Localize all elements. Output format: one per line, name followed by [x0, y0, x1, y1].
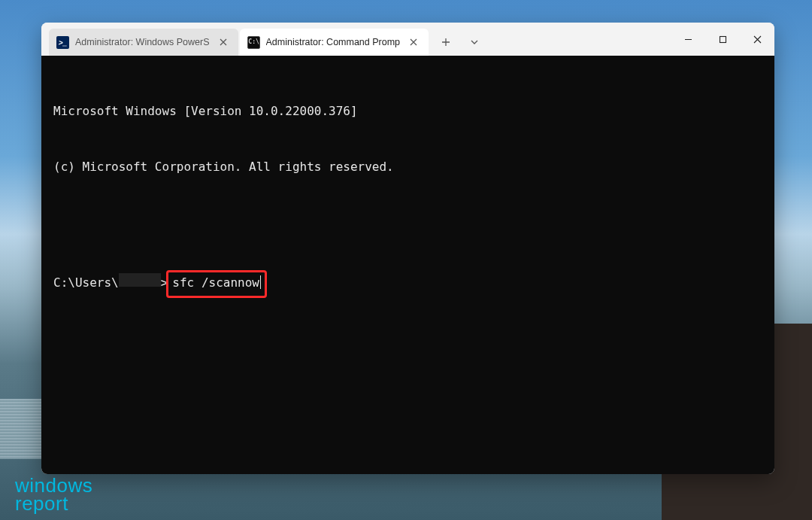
title-bar[interactable]: >_ Administrator: Windows PowerS C:\ Adm… [41, 23, 774, 56]
tab-label: Administrator: Command Promp [266, 37, 401, 47]
minimize-button[interactable] [671, 23, 705, 56]
banner-line: (c) Microsoft Corporation. All rights re… [53, 158, 762, 177]
typed-command: sfc /scannow [172, 275, 259, 290]
maximize-button[interactable] [705, 23, 740, 56]
tabs-area: >_ Administrator: Windows PowerS C:\ Adm… [41, 23, 487, 56]
tab-close-button[interactable] [406, 35, 421, 50]
tab-dropdown-button[interactable] [462, 29, 487, 56]
tab-label: Administrator: Windows PowerS [75, 37, 210, 47]
prompt-row: C:\Users\>sfc /scannow [53, 270, 762, 298]
tab-powershell[interactable]: >_ Administrator: Windows PowerS [49, 29, 238, 56]
svg-rect-0 [720, 36, 726, 42]
command-highlight: sfc /scannow [166, 270, 267, 298]
cmd-icon: C:\ [247, 36, 260, 49]
banner-line: Microsoft Windows [Version 10.0.22000.37… [53, 102, 762, 121]
tab-command-prompt[interactable]: C:\ Administrator: Command Promp [240, 29, 429, 56]
desktop-wallpaper: >_ Administrator: Windows PowerS C:\ Adm… [0, 0, 812, 520]
redacted-username [119, 273, 161, 287]
powershell-icon: >_ [56, 36, 69, 49]
prompt-path: C:\Users\ [53, 274, 119, 293]
close-window-button[interactable] [740, 23, 774, 56]
tab-close-button[interactable] [216, 35, 231, 50]
new-tab-button[interactable] [433, 29, 459, 56]
window-controls [671, 23, 774, 56]
text-caret [260, 275, 261, 289]
terminal-client-area[interactable]: Microsoft Windows [Version 10.0.22000.37… [41, 56, 774, 474]
windows-terminal-window: >_ Administrator: Windows PowerS C:\ Adm… [41, 23, 774, 474]
watermark-logo: windows report [15, 477, 92, 512]
